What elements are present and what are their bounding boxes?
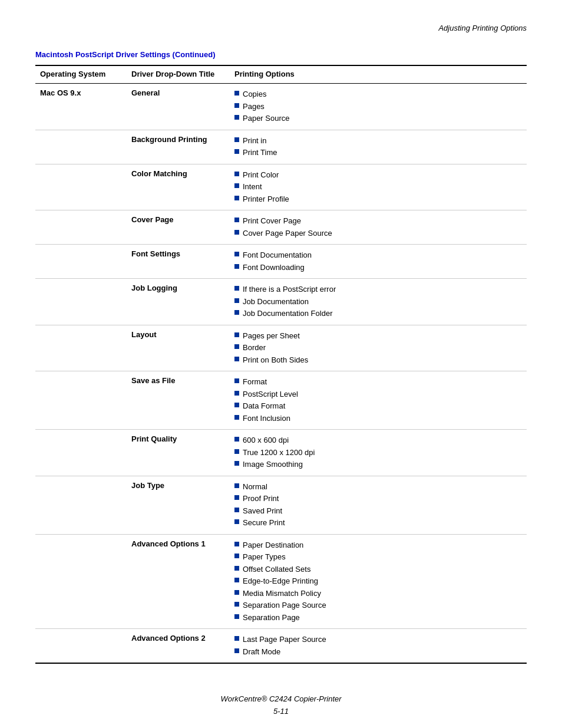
- bullet-icon: [234, 590, 239, 595]
- driver-title: Background Printing: [131, 135, 207, 144]
- bullet-icon: [234, 332, 239, 337]
- cell-driver: Advanced Options 2: [127, 629, 230, 664]
- option-text: Offset Collated Sets: [243, 564, 310, 575]
- cell-os: [35, 534, 127, 629]
- table-row: LayoutPages per SheetBorderPrint on Both…: [35, 325, 527, 371]
- driver-title: Color Matching: [131, 169, 187, 178]
- option-text: Media Mismatch Policy: [243, 588, 321, 599]
- option-text: Format: [243, 376, 267, 388]
- table-row: Save as FileFormatPostScript LevelData F…: [35, 371, 527, 430]
- driver-title: Print Quality: [131, 434, 177, 443]
- cell-driver: Advanced Options 1: [127, 534, 230, 629]
- cell-driver: Job Logging: [127, 279, 230, 325]
- option-text: Draft Mode: [243, 646, 280, 658]
- table-row: Font SettingsFont DocumentationFont Down…: [35, 245, 527, 279]
- option-text: True 1200 x 1200 dpi: [243, 447, 315, 459]
- option-text: Print in: [243, 135, 266, 147]
- table-row: Cover PagePrint Cover PageCover Page Pap…: [35, 210, 527, 245]
- option-text: Pages: [243, 101, 265, 113]
- cell-os: [35, 210, 127, 245]
- option-text: Intent: [243, 181, 262, 193]
- list-item: Pages per Sheet: [234, 330, 522, 342]
- cell-options: If there is a PostScript errorJob Docume…: [230, 279, 527, 325]
- cell-options: Print Cover PageCover Page Paper Source: [230, 210, 527, 245]
- option-text: Data Format: [243, 400, 285, 412]
- table-row: Advanced Options 1Paper DestinationPaper…: [35, 534, 527, 629]
- list-item: Job Documentation Folder: [234, 308, 522, 319]
- option-text: Cover Page Paper Source: [243, 228, 332, 239]
- option-text: Print on Both Sides: [243, 354, 308, 366]
- list-item: Printer Profile: [234, 193, 522, 205]
- list-item: Paper Destination: [234, 539, 522, 551]
- driver-title: Job Logging: [131, 284, 177, 292]
- table-row: Job TypeNormalProof PrintSaved PrintSecu…: [35, 476, 527, 534]
- cell-driver: Font Settings: [127, 245, 230, 279]
- list-item: Font Downloading: [234, 262, 522, 274]
- table-row: Color MatchingPrint ColorIntentPrinter P…: [35, 164, 527, 210]
- list-item: Data Format: [234, 400, 522, 412]
- list-item: Normal: [234, 481, 522, 493]
- driver-title: Font Settings: [131, 249, 180, 258]
- list-item: Intent: [234, 181, 522, 193]
- option-text: Separation Page: [243, 612, 300, 624]
- list-item: Paper Types: [234, 551, 522, 563]
- list-item: If there is a PostScript error: [234, 284, 522, 295]
- option-text: 600 x 600 dpi: [243, 434, 289, 446]
- page-footer: WorkCentre® C2424 Copier-Printer 5-11: [35, 693, 527, 718]
- bullet-icon: [234, 183, 239, 188]
- list-item: Separation Page: [234, 612, 522, 624]
- table-header-row: Operating System Driver Drop-Down Title …: [35, 65, 527, 84]
- column-header-os: Operating System: [35, 65, 127, 84]
- bullet-icon: [234, 602, 239, 607]
- bullet-icon: [234, 286, 239, 291]
- bullet-icon: [234, 91, 239, 95]
- option-text: Edge-to-Edge Printing: [243, 575, 318, 587]
- cell-options: FormatPostScript LevelData FormatFont In…: [230, 371, 527, 430]
- list-item: Proof Print: [234, 493, 522, 505]
- option-text: Saved Print: [243, 505, 282, 517]
- option-text: Print Color: [243, 169, 279, 181]
- option-text: Copies: [243, 88, 266, 100]
- bullet-icon: [234, 542, 239, 546]
- driver-title: Layout: [131, 330, 157, 339]
- section-title: Macintosh PostScript Driver Settings (Co…: [35, 50, 527, 59]
- list-item: Cover Page Paper Source: [234, 228, 522, 239]
- option-text: Image Smoothing: [243, 459, 303, 470]
- bullet-icon: [234, 508, 239, 512]
- list-item: Print Color: [234, 169, 522, 181]
- bullet-icon: [234, 230, 239, 235]
- cell-options: Print ColorIntentPrinter Profile: [230, 164, 527, 210]
- main-table: Operating System Driver Drop-Down Title …: [35, 65, 527, 664]
- list-item: Job Documentation: [234, 296, 522, 308]
- list-item: Saved Print: [234, 505, 522, 517]
- cell-options: Pages per SheetBorderPrint on Both Sides: [230, 325, 527, 371]
- list-item: Paper Source: [234, 113, 522, 124]
- bullet-icon: [234, 149, 239, 154]
- bullet-icon: [234, 115, 239, 120]
- option-text: Job Documentation Folder: [243, 308, 332, 319]
- bullet-icon: [234, 391, 239, 396]
- bullet-icon: [234, 519, 239, 524]
- cell-driver: Layout: [127, 325, 230, 371]
- driver-title: Advanced Options 1: [131, 539, 206, 548]
- footer-line1: WorkCentre® C2424 Copier-Printer: [35, 693, 527, 706]
- bullet-icon: [234, 344, 239, 349]
- list-item: Print on Both Sides: [234, 354, 522, 366]
- list-item: Last Page Paper Source: [234, 634, 522, 645]
- list-item: Edge-to-Edge Printing: [234, 575, 522, 587]
- bullet-icon: [234, 415, 239, 420]
- option-text: Paper Source: [243, 113, 290, 124]
- cell-os: [35, 325, 127, 371]
- bullet-icon: [234, 172, 239, 176]
- option-text: Paper Types: [243, 551, 286, 563]
- option-text: Print Cover Page: [243, 215, 301, 227]
- driver-title: Save as File: [131, 376, 175, 385]
- table-row: Background PrintingPrint inPrint Time: [35, 130, 527, 164]
- column-header-driver: Driver Drop-Down Title: [127, 65, 230, 84]
- cell-driver: Print Quality: [127, 430, 230, 476]
- bullet-icon: [234, 357, 239, 361]
- option-text: Pages per Sheet: [243, 330, 300, 342]
- list-item: Draft Mode: [234, 646, 522, 658]
- driver-title: Advanced Options 2: [131, 634, 206, 643]
- option-text: If there is a PostScript error: [243, 284, 336, 295]
